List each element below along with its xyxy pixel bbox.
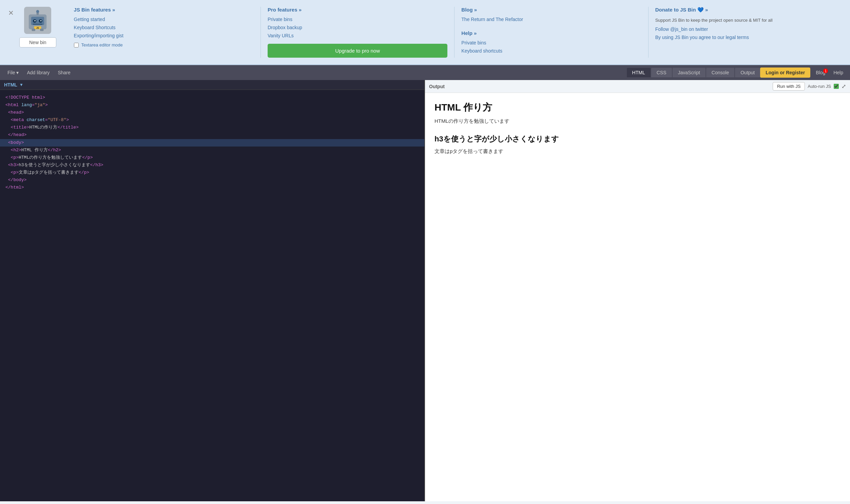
output-panel: Output Run with JS Auto-run JS ⤢ HTML 作り… (425, 80, 850, 501)
svg-rect-11 (32, 29, 36, 31)
tab-css[interactable]: CSS (651, 68, 672, 77)
code-line-body-open: <body> (0, 139, 424, 146)
textarea-editor-checkbox[interactable] (74, 43, 79, 48)
output-h3: h3を使うと字が少し小さくなります (434, 134, 840, 144)
add-library-button[interactable]: Add library (23, 68, 53, 77)
code-line-p2: <p>文章はpタグを括って書きます</p> (5, 169, 419, 176)
share-button[interactable]: Share (54, 68, 74, 77)
donate-text: Support JS Bin to keep the project open … (655, 17, 835, 24)
autorun-checkbox[interactable] (834, 84, 839, 89)
expand-icon[interactable]: ⤢ (842, 83, 846, 90)
menu-columns: JS Bin features » Getting started Keyboa… (67, 7, 842, 58)
code-line-p1: <p>HTMLの作り方を勉強しています</p> (5, 154, 419, 161)
blog-col: Blog » The Return and The Refactor Help … (454, 7, 648, 58)
html-panel-title: HTML (4, 82, 17, 88)
help-private-bins-link[interactable]: Private bins (461, 40, 641, 46)
textarea-editor-row: Textarea editor mode (74, 42, 254, 48)
private-bins-link[interactable]: Private bins (268, 17, 447, 22)
jsbin-logo: JS (24, 7, 51, 34)
code-line-meta: <meta charset="UTF-8"> (5, 116, 419, 124)
pro-features-col: Pro features » Private bins Dropbox back… (261, 7, 454, 58)
donate-col: Donate to JS Bin 💙 » Support JS Bin to k… (649, 7, 842, 58)
output-controls: Run with JS Auto-run JS ⤢ (773, 82, 846, 91)
toolbar: File ▾ Add library Share HTML CSS JavaSc… (0, 65, 850, 80)
textarea-editor-label: Textarea editor mode (82, 42, 123, 48)
html-panel-header: HTML ▼ (0, 80, 424, 90)
help-keyboard-shortcuts-link[interactable]: Keyboard shortcuts (461, 48, 641, 54)
new-bin-button[interactable]: New bin (19, 37, 56, 48)
jsbin-features-col: JS Bin features » Getting started Keyboa… (67, 7, 261, 58)
getting-started-link[interactable]: Getting started (74, 17, 254, 22)
output-content: HTML 作り方 HTMLの作り方を勉強しています h3を使うと字が少し小さくな… (425, 93, 850, 501)
code-line-html-close: </html> (5, 184, 419, 191)
close-icon[interactable]: ✕ (8, 10, 14, 16)
svg-point-5 (40, 20, 42, 21)
file-menu-button[interactable]: File ▾ (4, 68, 22, 77)
output-h2: HTML 作り方 (434, 101, 840, 114)
help-title: Help » (461, 30, 641, 36)
tab-console[interactable]: Console (706, 68, 734, 77)
upgrade-button[interactable]: Upgrade to pro now (268, 44, 447, 58)
output-p1: HTMLの作り方を勉強しています (434, 118, 840, 125)
twitter-link[interactable]: Follow @js_bin on twitter (655, 26, 835, 32)
svg-rect-6 (33, 24, 42, 25)
tab-output[interactable]: Output (735, 68, 760, 77)
toolbar-right: Login or Register Blog 1 Help (760, 68, 846, 78)
jsbin-features-title: JS Bin features » (74, 7, 254, 13)
legal-link[interactable]: By using JS Bin you agree to our legal t… (655, 35, 835, 40)
output-p2: 文章はpタグを括って書きます (434, 148, 840, 155)
exporting-gist-link[interactable]: Exporting/importing gist (74, 33, 254, 38)
blog-button[interactable]: Blog 1 (813, 68, 828, 77)
blog-return-link[interactable]: The Return and The Refactor (461, 17, 641, 22)
code-line-doctype: <!DOCTYPE html> (5, 94, 419, 102)
donate-title: Donate to JS Bin 💙 » (655, 7, 835, 13)
html-panel: HTML ▼ <!DOCTYPE html> <html lang="ja"> … (0, 80, 425, 501)
code-line-head-close: </head> (5, 131, 419, 139)
dropdown-menu: ✕ JS (0, 0, 850, 65)
code-line-h2: <h2>HTML 作り方</h2> (5, 146, 419, 154)
autorun-label: Auto-run JS (808, 84, 831, 89)
code-line-html-open: <html lang="ja"> (5, 102, 419, 109)
blog-title: Blog » (461, 7, 641, 13)
tab-html[interactable]: HTML (627, 68, 651, 77)
svg-text:JS: JS (36, 27, 39, 29)
html-panel-arrow[interactable]: ▼ (19, 83, 23, 87)
editor-area: HTML ▼ <!DOCTYPE html> <html lang="ja"> … (0, 80, 850, 501)
dropbox-backup-link[interactable]: Dropbox backup (268, 25, 447, 30)
pro-features-title: Pro features » (268, 7, 447, 13)
toolbar-tabs: HTML CSS JavaScript Console Output (627, 68, 760, 77)
toolbar-left: File ▾ Add library Share (4, 68, 627, 77)
run-js-button[interactable]: Run with JS (773, 82, 805, 91)
output-title: Output (429, 84, 445, 89)
code-line-title: <title>HTMLの作り方</title> (5, 124, 419, 131)
code-editor[interactable]: <!DOCTYPE html> <html lang="ja"> <head> … (0, 90, 424, 501)
svg-point-8 (36, 10, 39, 13)
login-register-button[interactable]: Login or Register (760, 68, 810, 78)
help-button[interactable]: Help (831, 68, 846, 77)
code-line-body-close: </body> (5, 176, 419, 184)
tab-javascript[interactable]: JavaScript (673, 68, 706, 77)
keyboard-shortcuts-link[interactable]: Keyboard Shortcuts (74, 25, 254, 30)
vanity-urls-link[interactable]: Vanity URLs (268, 33, 447, 38)
code-line-head-open: <head> (5, 109, 419, 116)
blog-badge: 1 (823, 69, 828, 73)
logo-area: JS New bin (19, 7, 56, 48)
code-line-h3: <h3>h3を使うと字が少し小さくなります</h3> (5, 161, 419, 169)
output-header: Output Run with JS Auto-run JS ⤢ (425, 80, 850, 93)
svg-point-4 (35, 20, 36, 21)
svg-rect-12 (40, 29, 44, 31)
